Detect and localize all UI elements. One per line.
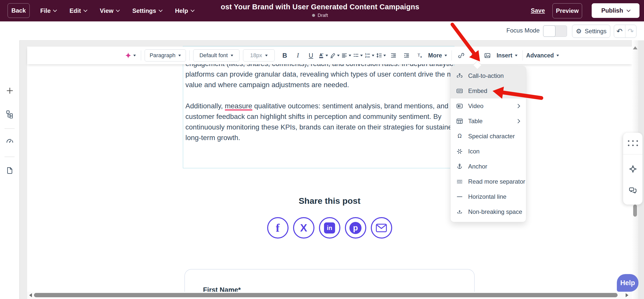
rich-text-body[interactable]: engagement (likes, shares, comments), re… bbox=[185, 58, 453, 144]
help-button[interactable]: Help bbox=[617, 274, 638, 292]
insert-menu-item-video[interactable]: Video bbox=[451, 98, 526, 114]
line-spacing-button[interactable] bbox=[376, 52, 386, 59]
bullet-list-button[interactable] bbox=[353, 52, 363, 59]
advanced-dropdown[interactable]: Advanced bbox=[526, 52, 559, 59]
menu-item-label: Non-breaking space bbox=[468, 208, 522, 215]
insert-menu: Call-to-actionEmbedVideoTableΩSpecial ch… bbox=[450, 66, 526, 222]
facebook-share-button[interactable]: f bbox=[267, 217, 289, 239]
document-title-block: ost Your Brand with User Generated Conte… bbox=[221, 3, 419, 18]
toolbar-divider bbox=[141, 50, 141, 60]
page-title[interactable]: ost Your Brand with User Generated Conte… bbox=[221, 3, 419, 11]
document-icon[interactable] bbox=[6, 166, 14, 175]
special-character-icon: Ω bbox=[456, 133, 463, 140]
indent-button[interactable] bbox=[400, 50, 413, 61]
scroll-up-arrow[interactable] bbox=[633, 46, 637, 49]
pinterest-share-button[interactable]: p bbox=[345, 217, 366, 239]
text-line: long-term growth. bbox=[185, 132, 453, 143]
cta-icon bbox=[456, 72, 463, 79]
insert-menu-item-anchor[interactable]: Anchor bbox=[451, 159, 526, 174]
focus-mode-toggle[interactable] bbox=[543, 25, 567, 37]
emoji-button[interactable] bbox=[468, 50, 480, 61]
social-share-row: fXinp bbox=[185, 217, 474, 239]
publish-button[interactable]: Publish bbox=[592, 3, 639, 18]
back-button[interactable]: Back bbox=[8, 3, 30, 18]
horizontal-scroll-thumb[interactable] bbox=[34, 293, 618, 297]
clear-formatting-button[interactable]: T x bbox=[414, 50, 426, 61]
ai-sparkle-button[interactable] bbox=[628, 164, 638, 174]
font-size-dropdown[interactable]: 18px bbox=[243, 49, 275, 61]
settings-button[interactable]: ⚙ Settings bbox=[572, 25, 610, 38]
linkedin-share-button[interactable]: in bbox=[319, 217, 340, 239]
chevron-right-icon bbox=[516, 104, 520, 108]
menu-settings[interactable]: Settings bbox=[132, 7, 162, 14]
drag-handle-icon[interactable] bbox=[628, 140, 638, 146]
menu-item-label: Special character bbox=[468, 133, 515, 140]
paragraph-style-dropdown[interactable]: Paragraph bbox=[145, 49, 186, 61]
optimize-gauge-icon[interactable] bbox=[5, 137, 14, 146]
horizontal-scrollbar[interactable] bbox=[27, 292, 632, 299]
font-color-button[interactable]: A bbox=[318, 52, 328, 59]
insert-menu-item-embed[interactable]: Embed bbox=[451, 83, 526, 98]
vertical-scroll-thumb[interactable] bbox=[633, 205, 637, 217]
link-button[interactable] bbox=[455, 50, 467, 61]
undo-button[interactable]: ↶ bbox=[614, 25, 625, 38]
comments-button[interactable] bbox=[628, 186, 637, 195]
menu-item-label: Video bbox=[468, 103, 484, 110]
insert-menu-item-non-breaking-space[interactable]: Non-breaking space bbox=[451, 204, 526, 219]
bold-button[interactable]: B bbox=[279, 50, 291, 61]
insert-menu-item-special-character[interactable]: ΩSpecial character bbox=[451, 129, 526, 144]
menu-file[interactable]: File bbox=[40, 7, 56, 14]
formatting-toolbar: Paragraph Default font 18px B I U A bbox=[27, 47, 632, 64]
outdent-button[interactable] bbox=[387, 50, 399, 61]
preview-button[interactable]: Preview bbox=[552, 3, 582, 18]
insert-menu-item-icon[interactable]: Icon bbox=[451, 144, 526, 159]
toolbar-divider bbox=[189, 50, 190, 60]
email-share-button[interactable] bbox=[371, 217, 392, 239]
add-module-button[interactable] bbox=[5, 86, 14, 95]
toolbar-divider bbox=[522, 50, 523, 60]
more-dropdown[interactable]: More bbox=[428, 52, 447, 59]
structure-tree-icon[interactable] bbox=[6, 110, 14, 118]
numbered-list-button[interactable]: 1 2 bbox=[364, 52, 374, 59]
image-button[interactable] bbox=[481, 50, 494, 61]
x-share-button[interactable]: X bbox=[293, 217, 314, 239]
insert-menu-item-table[interactable]: Table bbox=[451, 114, 526, 129]
menu-edit[interactable]: Edit bbox=[69, 7, 87, 14]
redo-button[interactable]: ↷ bbox=[625, 25, 636, 38]
text-line: Additionally, measure qualitative outcom… bbox=[185, 101, 453, 111]
highlight-color-button[interactable] bbox=[330, 52, 340, 59]
icon-shapes-icon bbox=[456, 148, 463, 155]
underline-button[interactable]: U bbox=[305, 50, 317, 61]
horizontal-line-icon bbox=[456, 193, 463, 200]
left-sidebar bbox=[0, 40, 20, 299]
chevron-down-icon bbox=[372, 55, 374, 56]
text-line: customer feedback can highlight shifts i… bbox=[185, 111, 453, 122]
text-align-button[interactable] bbox=[341, 52, 351, 59]
menu-item-label: Embed bbox=[468, 87, 487, 94]
insert-menu-item-horizontal-line[interactable]: Horizontal line bbox=[451, 189, 526, 204]
save-button[interactable]: Save bbox=[531, 7, 545, 14]
menu-item-label: Call-to-action bbox=[468, 72, 504, 79]
ai-assistant-button[interactable] bbox=[125, 52, 136, 59]
chevron-down-icon bbox=[326, 55, 328, 56]
chevron-down-icon bbox=[158, 8, 163, 12]
sidebar-divider bbox=[5, 157, 15, 157]
chevron-down-icon bbox=[83, 8, 87, 12]
spellcheck-underlined-word: measure bbox=[225, 102, 252, 111]
menu-help[interactable]: Help bbox=[175, 7, 194, 14]
text-line: continuously monitoring these KPIs, bran… bbox=[185, 122, 453, 132]
top-bar: Back File Edit View Settings Help ost Yo… bbox=[0, 0, 644, 21]
font-family-dropdown[interactable]: Default font bbox=[193, 49, 239, 61]
svg-text:Ω: Ω bbox=[458, 133, 462, 139]
insert-menu-item-read-more-separator[interactable]: Read more separator bbox=[451, 174, 526, 189]
insert-menu-item-call-to-action[interactable]: Call-to-action bbox=[451, 68, 526, 83]
chevron-down-icon bbox=[53, 8, 57, 12]
scroll-right-arrow[interactable] bbox=[626, 293, 628, 297]
chevron-down-icon bbox=[360, 55, 363, 56]
menu-view[interactable]: View bbox=[100, 7, 119, 14]
chevron-down-icon bbox=[133, 55, 136, 56]
scroll-left-arrow[interactable] bbox=[29, 293, 32, 297]
italic-button[interactable]: I bbox=[292, 50, 304, 61]
chevron-down-icon bbox=[337, 55, 340, 56]
insert-dropdown[interactable]: Insert bbox=[497, 52, 517, 59]
